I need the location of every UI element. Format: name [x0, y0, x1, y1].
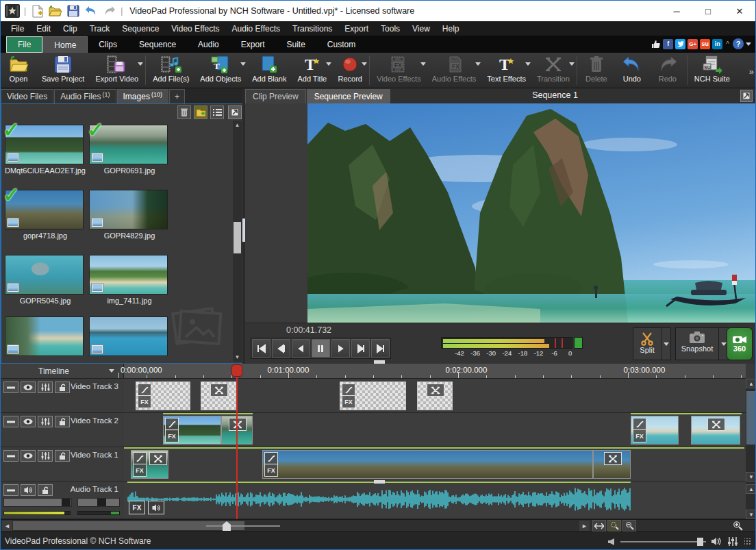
- scroll-up-icon[interactable]: ▲: [746, 484, 756, 494]
- chevron-down-icon[interactable]: [525, 62, 531, 66]
- resize-grip[interactable]: [744, 538, 751, 545]
- media-item[interactable]: GOPR4829.jpg: [89, 190, 170, 240]
- google-plus-icon[interactable]: G+: [688, 39, 698, 49]
- video-clip[interactable]: FX: [631, 416, 679, 445]
- help-dropdown-icon[interactable]: [746, 42, 751, 46]
- menu-sequence[interactable]: Sequence: [116, 23, 165, 35]
- video-tracks-scrollbar[interactable]: ▲ ▼: [746, 379, 756, 482]
- zoom-selection-button[interactable]: [607, 520, 621, 532]
- audio-tracks-scrollbar[interactable]: ▲ ▼: [746, 482, 756, 519]
- like-icon[interactable]: [651, 39, 661, 49]
- chevron-down-icon[interactable]: [420, 62, 426, 66]
- ribbon-tab-clips[interactable]: Clips: [88, 36, 128, 53]
- slider-thumb[interactable]: [97, 499, 106, 506]
- media-item[interactable]: ✓DMqt6CiUEAAO2ET.jpg: [5, 125, 86, 175]
- add-objects-button[interactable]: TAdd Objects: [194, 53, 247, 88]
- menu-tools[interactable]: Tools: [375, 23, 406, 35]
- timeline-view-selector[interactable]: Timeline: [38, 366, 69, 376]
- track-lane[interactable]: FXFX: [124, 379, 746, 413]
- snapshot-button[interactable]: Snapshot: [675, 327, 719, 360]
- fx-badge[interactable]: FX: [264, 464, 278, 477]
- media-item[interactable]: img_7411.jpg: [89, 255, 170, 305]
- pause-button[interactable]: [312, 339, 330, 358]
- scroll-up-icon[interactable]: ▲: [233, 121, 242, 129]
- volume-slider-thumb[interactable]: [697, 538, 703, 546]
- menu-export[interactable]: Export: [338, 23, 375, 35]
- tab-sequence-preview[interactable]: Sequence Preview: [307, 89, 390, 103]
- track-volume-slider[interactable]: [3, 498, 72, 507]
- scroll-left-icon[interactable]: ◄: [2, 521, 12, 531]
- lock-button[interactable]: [55, 416, 70, 427]
- media-tab-video-files[interactable]: Video Files: [1, 89, 53, 103]
- stumbleupon-icon[interactable]: su: [700, 39, 710, 49]
- fx-badge[interactable]: FX: [138, 395, 151, 408]
- zoom-out-button[interactable]: [622, 520, 636, 532]
- transition-icon[interactable]: [604, 452, 622, 465]
- blend-button[interactable]: [38, 416, 53, 427]
- ribbon-tab-audio[interactable]: Audio: [187, 36, 230, 53]
- menu-clip[interactable]: Clip: [57, 23, 84, 35]
- playhead-handle[interactable]: [231, 364, 242, 377]
- media-thumbnail[interactable]: [89, 255, 168, 295]
- facebook-icon[interactable]: f: [663, 39, 673, 49]
- transition-icon[interactable]: [210, 384, 228, 397]
- add-file-s--button[interactable]: Add File(s): [147, 53, 194, 88]
- export-video-button[interactable]: Export Video: [90, 53, 144, 88]
- transition-icon[interactable]: [149, 452, 167, 465]
- fx-badge[interactable]: FX: [633, 429, 646, 442]
- maximize-button[interactable]: □: [692, 1, 724, 21]
- linkedin-icon[interactable]: in: [712, 39, 722, 49]
- media-thumbnail[interactable]: ✓: [5, 125, 84, 164]
- preview-360-button[interactable]: 360: [727, 327, 753, 360]
- scroll-down-icon[interactable]: ▼: [233, 353, 242, 362]
- collapse-button[interactable]: [3, 484, 18, 496]
- undo-icon[interactable]: [83, 3, 99, 19]
- menu-file[interactable]: File: [5, 23, 30, 35]
- media-thumbnail[interactable]: [89, 190, 168, 229]
- add-bin-tab[interactable]: +: [169, 89, 185, 103]
- ribbon-tab-export[interactable]: Export: [230, 36, 276, 53]
- video-clip[interactable]: [201, 382, 236, 410]
- detach-preview-icon[interactable]: [740, 90, 753, 102]
- track-lane[interactable]: FXFX: [124, 447, 746, 482]
- menu-view[interactable]: View: [406, 23, 436, 35]
- transition-icon[interactable]: [229, 418, 247, 431]
- playhead[interactable]: [236, 373, 238, 519]
- timeline-header[interactable]: Timeline: [1, 364, 124, 379]
- text-effects-button[interactable]: TText Effects: [481, 53, 531, 88]
- close-button[interactable]: ✕: [724, 1, 755, 21]
- menu-track[interactable]: Track: [84, 23, 116, 35]
- chevron-down-icon[interactable]: [362, 62, 367, 66]
- fit-timeline-button[interactable]: [592, 520, 606, 532]
- record-button[interactable]: Record: [332, 53, 368, 88]
- menu-transitions[interactable]: Transitions: [286, 23, 338, 35]
- speaker-badge[interactable]: [148, 501, 164, 514]
- video-clip[interactable]: [593, 450, 631, 479]
- delete-button[interactable]: [177, 105, 191, 119]
- scroll-right-icon[interactable]: ►: [579, 521, 590, 531]
- scroll-up-icon[interactable]: ▲: [746, 379, 756, 388]
- slider-thumb[interactable]: [62, 499, 71, 506]
- media-item[interactable]: [89, 316, 170, 356]
- timeline-zoom-slider[interactable]: [206, 525, 280, 527]
- transition-icon[interactable]: [427, 384, 444, 397]
- lock-button[interactable]: [55, 450, 70, 462]
- zoom-in-button[interactable]: [731, 520, 744, 532]
- step-forward-button[interactable]: [331, 339, 350, 358]
- fx-badge[interactable]: FX: [165, 429, 179, 442]
- scrollbar-thumb[interactable]: [746, 391, 755, 445]
- track-lane[interactable]: FXFX: [124, 413, 746, 447]
- ribbon-tab-suite[interactable]: Suite: [275, 36, 316, 53]
- split-button[interactable]: Split: [633, 327, 662, 360]
- open-button[interactable]: Open: [1, 53, 36, 88]
- collapse-button[interactable]: [3, 450, 18, 462]
- chevron-down-icon[interactable]: [475, 62, 481, 66]
- video-clip[interactable]: FX: [136, 382, 190, 410]
- speaker-button[interactable]: [21, 484, 36, 496]
- ribbon-tab-custom[interactable]: Custom: [316, 36, 366, 53]
- media-thumbnail[interactable]: ✓: [5, 190, 84, 229]
- chevron-down-icon[interactable]: [326, 62, 331, 66]
- new-project-icon[interactable]: [29, 3, 46, 19]
- go-end-button[interactable]: [371, 339, 390, 358]
- tab-clip-preview[interactable]: Clip Preview: [245, 89, 306, 103]
